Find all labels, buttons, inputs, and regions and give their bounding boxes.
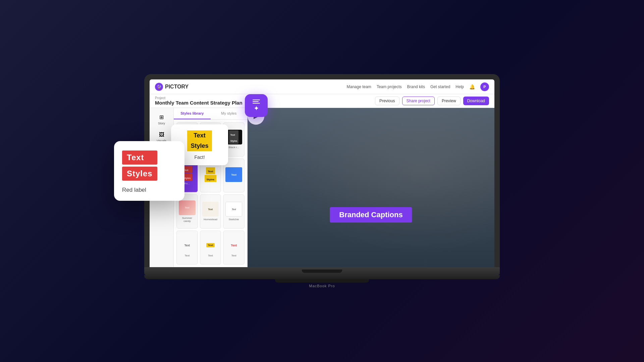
black-text: TextStyles	[230, 134, 237, 142]
nav-links: Manage team Team projects Brand kits Get…	[346, 82, 489, 91]
homestead-text: Text	[208, 208, 213, 210]
branded-captions-overlay: Branded Captions	[330, 207, 412, 223]
style-card-text-plain[interactable]: Text Text	[176, 231, 198, 265]
fact-preview-row2: Styles	[205, 175, 217, 182]
fact-row-2: Styles	[187, 141, 212, 151]
ai-bar-3	[253, 103, 260, 104]
homestead-preview: Text	[202, 202, 219, 217]
laptop-base-foot	[275, 279, 369, 283]
red-label-text-1: Text	[127, 153, 144, 162]
ai-bar-1	[253, 100, 260, 100]
laptop-model-label: MacBook Pro	[144, 284, 500, 288]
text-yellow-preview: Text	[202, 238, 219, 253]
fact-card-preview: Text Styles	[202, 167, 219, 182]
tab-styles-library[interactable]: Styles library	[174, 108, 211, 119]
project-bar: Project Monthly Team Content Strategy Pl…	[150, 94, 494, 108]
laptop-screen: 🔮 PICTORY Manage team Team projects Bran…	[150, 79, 494, 267]
fact-preview-inner: Text Styles	[205, 167, 217, 182]
summer-label: Summer candy	[179, 217, 196, 223]
text-colored-label: Text	[231, 254, 236, 257]
sketchie-label: Sketchie	[229, 218, 239, 221]
fact-row-1: Text	[187, 130, 212, 141]
style-card-homestead[interactable]: Text Homestead	[200, 194, 221, 229]
red-label-row-1: Text	[122, 150, 157, 165]
app-ui: 🔮 PICTORY Manage team Team projects Bran…	[150, 79, 494, 267]
sidebar-story-label: Story	[158, 122, 165, 125]
redlabel-small-label: Re...	[184, 182, 190, 185]
laptop-bottom-chassis	[144, 267, 500, 275]
text-plain-preview: Text	[179, 238, 196, 253]
style-card-text-yellow[interactable]: Text Text	[200, 231, 221, 265]
red-label-text-2: Styles	[127, 169, 153, 178]
brand-logo: 🔮 PICTORY	[155, 83, 189, 91]
ai-bars-group	[253, 100, 260, 104]
visuals-icon: 🖼	[159, 132, 164, 138]
fact-caption: Fact!	[194, 155, 205, 160]
logo-icon-char: 🔮	[157, 84, 162, 89]
red-label-preview: Text Styles	[122, 150, 157, 181]
panel-tabs: Styles library My styles	[174, 108, 247, 120]
red-label-caption: Red label	[122, 187, 146, 193]
black-preview-text: TextStyles	[229, 130, 239, 144]
project-label: Project	[155, 96, 243, 100]
previous-button[interactable]: Previous	[375, 97, 399, 105]
story-icon: ⊞	[159, 114, 164, 120]
ai-sparkle-icon: ✦	[254, 105, 259, 112]
top-navigation: 🔮 PICTORY Manage team Team projects Bran…	[150, 79, 494, 94]
sketchie-text: Text	[232, 208, 236, 210]
video-area: ▶ Branded Captions	[248, 108, 494, 267]
summer-preview-inner: Text	[179, 200, 196, 215]
team-projects-link[interactable]: Team projects	[377, 84, 402, 89]
red-label-row-2: Styles	[122, 167, 157, 181]
project-title: Monthly Team Content Strategy Plan	[155, 100, 243, 106]
help-link[interactable]: Help	[455, 84, 464, 89]
ai-bar-2	[253, 101, 259, 102]
floating-red-label-card: Text Styles Red label	[114, 141, 184, 201]
fact-preview-row1: Text	[206, 167, 215, 174]
summer-preview: Text	[179, 200, 196, 215]
ai-styles-icon: ✦	[245, 94, 268, 117]
fact-text-1: Text	[194, 132, 206, 139]
share-project-button[interactable]: Share project	[402, 97, 435, 105]
text-yellow-label: Text	[208, 254, 213, 257]
download-button[interactable]: Download	[463, 97, 489, 105]
sketchie-preview-inner: Text	[225, 202, 242, 217]
action-buttons: Previous Share project Preview Download	[375, 97, 489, 105]
laptop-base-stand	[144, 275, 500, 279]
brand-kits-link[interactable]: Brand kits	[407, 84, 425, 89]
fact-preview: Text Styles	[187, 130, 212, 151]
text-colored-preview: Text	[225, 238, 242, 253]
text-yellow-text: Text	[206, 243, 215, 247]
video-placeholder: ▶ Branded Captions	[248, 108, 494, 267]
tab-my-styles[interactable]: My styles	[211, 108, 248, 119]
fact-text-2: Styles	[191, 142, 208, 149]
video-bg-overlay	[248, 108, 494, 267]
sketchie-preview: Text	[225, 202, 242, 217]
summer-text: Text	[185, 206, 190, 209]
style-card-sketchie[interactable]: Text Sketchie	[223, 194, 245, 229]
notification-bell-icon[interactable]: 🔔	[469, 84, 475, 89]
logo-icon: 🔮	[155, 83, 163, 91]
black-label: Black r...	[229, 146, 239, 149]
brand-name: PICTORY	[165, 84, 189, 90]
laptop-frame: Text Styles Red label Text Styles	[144, 74, 500, 288]
blue-preview-text: Text	[231, 173, 236, 176]
blue-preview: Text	[225, 167, 242, 182]
sidebar-item-story[interactable]: ⊞ Story	[152, 111, 172, 128]
laptop-notch	[302, 269, 342, 273]
style-card-text-colored[interactable]: Text Text	[223, 231, 245, 265]
homestead-label: Homestead	[204, 218, 217, 221]
page-background: Text Styles Red label Text Styles	[0, 0, 644, 362]
text-plain-label: Text	[184, 254, 190, 257]
text-plain-text: Text	[184, 244, 190, 247]
text-colored-text: Text	[231, 244, 237, 247]
manage-team-link[interactable]: Manage team	[346, 84, 371, 89]
user-avatar[interactable]: P	[480, 82, 489, 91]
homestead-preview-inner: Text	[202, 202, 219, 217]
laptop-screen-chrome: 🔮 PICTORY Manage team Team projects Bran…	[144, 74, 500, 267]
preview-button[interactable]: Preview	[437, 97, 461, 105]
ai-icon-inner: ✦	[253, 100, 260, 112]
get-started-link[interactable]: Get started	[430, 84, 450, 89]
project-info: Project Monthly Team Content Strategy Pl…	[155, 96, 243, 106]
